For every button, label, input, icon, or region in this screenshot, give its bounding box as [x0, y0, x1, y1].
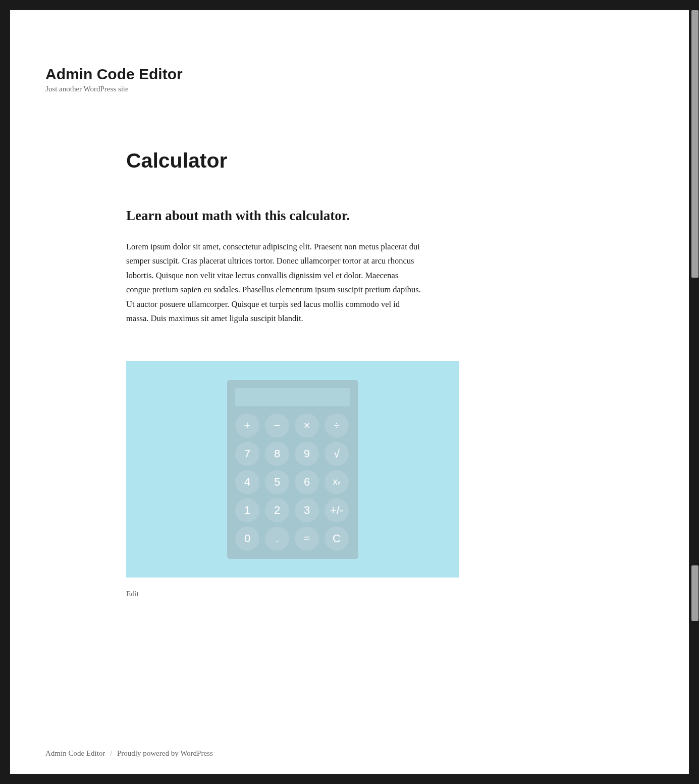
- calculator-widget-wrapper: +−×÷789√456xy123+/-0.=C: [126, 361, 459, 578]
- calc-button-subtract[interactable]: −: [265, 413, 289, 438]
- calc-button-four[interactable]: 4: [235, 470, 259, 494]
- calc-button-equals[interactable]: =: [295, 527, 319, 551]
- calc-button-sqrt[interactable]: √: [325, 442, 349, 466]
- calc-button-three[interactable]: 3: [295, 498, 319, 522]
- footer-powered-by-link[interactable]: Proudly powered by WordPress: [117, 749, 213, 757]
- calculator-display[interactable]: [235, 388, 350, 406]
- calc-button-add[interactable]: +: [235, 413, 259, 438]
- calculator: +−×÷789√456xy123+/-0.=C: [227, 380, 358, 559]
- site-footer: Admin Code Editor / Proudly powered by W…: [45, 749, 213, 758]
- post-title: Calculator: [126, 149, 424, 173]
- calc-button-divide[interactable]: ÷: [325, 413, 349, 438]
- calc-button-nine[interactable]: 9: [295, 442, 319, 466]
- site-title-link[interactable]: Admin Code Editor: [45, 66, 183, 82]
- calc-button-two[interactable]: 2: [265, 498, 289, 522]
- calc-button-multiply[interactable]: ×: [295, 413, 319, 438]
- post-content: Calculator Learn about math with this ca…: [10, 93, 474, 598]
- edit-link[interactable]: Edit: [126, 590, 139, 598]
- calc-button-one[interactable]: 1: [235, 498, 259, 522]
- calc-button-six[interactable]: 6: [295, 470, 319, 494]
- calc-button-negate[interactable]: +/-: [325, 498, 349, 522]
- page-container: Admin Code Editor Just another WordPress…: [10, 10, 689, 774]
- calc-button-five[interactable]: 5: [265, 470, 289, 494]
- calc-button-eight[interactable]: 8: [265, 442, 289, 466]
- vertical-scrollbar-thumb[interactable]: [691, 565, 698, 621]
- footer-site-link[interactable]: Admin Code Editor: [45, 749, 105, 757]
- calc-button-zero[interactable]: 0: [235, 527, 259, 551]
- calc-button-clear[interactable]: C: [325, 527, 349, 551]
- calc-button-power[interactable]: xy: [325, 470, 349, 494]
- vertical-scrollbar-thumb[interactable]: [691, 10, 698, 278]
- calc-button-decimal[interactable]: .: [265, 527, 289, 551]
- calc-button-seven[interactable]: 7: [235, 442, 259, 466]
- post-body: Lorem ipsum dolor sit amet, consectetur …: [126, 240, 424, 326]
- post-subheading: Learn about math with this calculator.: [126, 208, 424, 224]
- calculator-keypad: +−×÷789√456xy123+/-0.=C: [235, 413, 350, 551]
- footer-separator: /: [110, 749, 112, 757]
- site-header: Admin Code Editor Just another WordPress…: [10, 10, 689, 93]
- site-tagline: Just another WordPress site: [45, 85, 654, 93]
